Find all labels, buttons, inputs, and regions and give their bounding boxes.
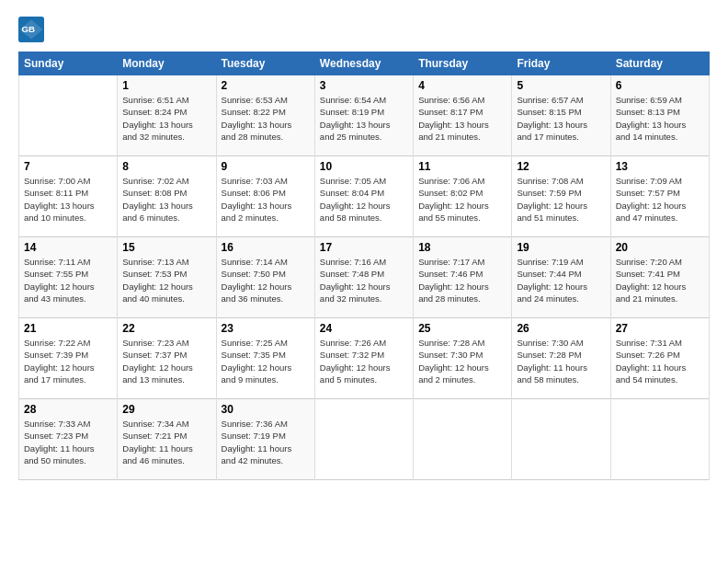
day-number: 30	[222, 403, 310, 416]
logo-icon: GB	[18, 17, 44, 42]
calendar-table: SundayMondayTuesdayWednesdayThursdayFrid…	[18, 52, 710, 480]
day-number: 24	[320, 322, 408, 335]
day-number: 8	[122, 160, 210, 173]
day-number: 6	[616, 79, 704, 92]
calendar-cell: 26Sunrise: 7:30 AM Sunset: 7:28 PM Dayli…	[512, 318, 610, 399]
calendar-cell: 7Sunrise: 7:00 AM Sunset: 8:11 PM Daylig…	[19, 156, 118, 237]
day-number: 22	[122, 322, 210, 335]
calendar-cell	[414, 399, 512, 480]
calendar-cell: 22Sunrise: 7:23 AM Sunset: 7:37 PM Dayli…	[118, 318, 216, 399]
calendar-cell: 3Sunrise: 6:54 AM Sunset: 8:19 PM Daylig…	[314, 75, 413, 156]
day-number: 23	[222, 322, 310, 335]
day-detail: Sunrise: 7:13 AM Sunset: 7:53 PM Dayligh…	[122, 256, 210, 304]
weekday-header-wednesday: Wednesday	[314, 52, 413, 75]
calendar-cell: 6Sunrise: 6:59 AM Sunset: 8:13 PM Daylig…	[610, 75, 709, 156]
page: GB SundayMondayTuesdayWednesdayThursdayF…	[0, 0, 728, 563]
day-number: 2	[222, 79, 310, 92]
calendar-cell: 11Sunrise: 7:06 AM Sunset: 8:02 PM Dayli…	[414, 156, 512, 237]
day-number: 25	[418, 322, 506, 335]
day-detail: Sunrise: 7:20 AM Sunset: 7:41 PM Dayligh…	[616, 256, 704, 304]
calendar-cell	[19, 75, 118, 156]
calendar-cell: 1Sunrise: 6:51 AM Sunset: 8:24 PM Daylig…	[118, 75, 216, 156]
calendar-cell: 30Sunrise: 7:36 AM Sunset: 7:19 PM Dayli…	[216, 399, 314, 480]
day-detail: Sunrise: 7:28 AM Sunset: 7:30 PM Dayligh…	[418, 337, 506, 385]
day-number: 4	[418, 79, 506, 92]
weekday-header-sunday: Sunday	[19, 52, 118, 75]
weekday-header-tuesday: Tuesday	[216, 52, 314, 75]
weekday-header-saturday: Saturday	[610, 52, 709, 75]
day-number: 11	[418, 160, 506, 173]
day-detail: Sunrise: 7:08 AM Sunset: 7:59 PM Dayligh…	[517, 175, 605, 224]
day-number: 27	[616, 322, 704, 335]
day-number: 20	[616, 241, 704, 254]
day-detail: Sunrise: 7:23 AM Sunset: 7:37 PM Dayligh…	[122, 337, 210, 385]
calendar-cell: 4Sunrise: 6:56 AM Sunset: 8:17 PM Daylig…	[414, 75, 512, 156]
day-detail: Sunrise: 7:31 AM Sunset: 7:26 PM Dayligh…	[616, 337, 704, 385]
calendar-cell: 29Sunrise: 7:34 AM Sunset: 7:21 PM Dayli…	[118, 399, 216, 480]
day-number: 16	[222, 241, 310, 254]
week-row-3: 14Sunrise: 7:11 AM Sunset: 7:55 PM Dayli…	[19, 237, 710, 318]
calendar-cell: 19Sunrise: 7:19 AM Sunset: 7:44 PM Dayli…	[512, 237, 610, 318]
day-detail: Sunrise: 7:33 AM Sunset: 7:23 PM Dayligh…	[24, 418, 112, 466]
calendar-cell: 10Sunrise: 7:05 AM Sunset: 8:04 PM Dayli…	[314, 156, 413, 237]
day-number: 28	[24, 403, 112, 416]
day-number: 14	[24, 241, 112, 254]
calendar-cell: 20Sunrise: 7:20 AM Sunset: 7:41 PM Dayli…	[610, 237, 709, 318]
day-number: 10	[320, 160, 408, 173]
day-detail: Sunrise: 7:06 AM Sunset: 8:02 PM Dayligh…	[418, 175, 506, 224]
day-detail: Sunrise: 7:09 AM Sunset: 7:57 PM Dayligh…	[616, 175, 704, 224]
calendar-cell: 5Sunrise: 6:57 AM Sunset: 8:15 PM Daylig…	[512, 75, 610, 156]
calendar-cell: 18Sunrise: 7:17 AM Sunset: 7:46 PM Dayli…	[414, 237, 512, 318]
day-detail: Sunrise: 7:19 AM Sunset: 7:44 PM Dayligh…	[517, 256, 605, 304]
day-number: 29	[122, 403, 210, 416]
weekday-header-row: SundayMondayTuesdayWednesdayThursdayFrid…	[19, 52, 710, 75]
day-detail: Sunrise: 7:16 AM Sunset: 7:48 PM Dayligh…	[320, 256, 408, 304]
day-number: 7	[24, 160, 112, 173]
calendar-cell: 17Sunrise: 7:16 AM Sunset: 7:48 PM Dayli…	[314, 237, 413, 318]
svg-text:GB: GB	[22, 24, 36, 34]
header: GB	[18, 17, 710, 42]
day-detail: Sunrise: 7:02 AM Sunset: 8:08 PM Dayligh…	[122, 175, 210, 224]
day-detail: Sunrise: 7:34 AM Sunset: 7:21 PM Dayligh…	[122, 418, 210, 466]
calendar-cell	[610, 399, 709, 480]
weekday-header-monday: Monday	[118, 52, 216, 75]
week-row-2: 7Sunrise: 7:00 AM Sunset: 8:11 PM Daylig…	[19, 156, 710, 237]
calendar-cell: 15Sunrise: 7:13 AM Sunset: 7:53 PM Dayli…	[118, 237, 216, 318]
day-number: 18	[418, 241, 506, 254]
day-detail: Sunrise: 7:00 AM Sunset: 8:11 PM Dayligh…	[24, 175, 112, 224]
calendar-cell: 25Sunrise: 7:28 AM Sunset: 7:30 PM Dayli…	[414, 318, 512, 399]
day-detail: Sunrise: 7:14 AM Sunset: 7:50 PM Dayligh…	[222, 256, 310, 304]
day-number: 17	[320, 241, 408, 254]
calendar-cell: 24Sunrise: 7:26 AM Sunset: 7:32 PM Dayli…	[314, 318, 413, 399]
day-number: 12	[517, 160, 605, 173]
day-detail: Sunrise: 7:36 AM Sunset: 7:19 PM Dayligh…	[222, 418, 310, 466]
day-detail: Sunrise: 7:22 AM Sunset: 7:39 PM Dayligh…	[24, 337, 112, 385]
day-detail: Sunrise: 7:26 AM Sunset: 7:32 PM Dayligh…	[320, 337, 408, 385]
week-row-1: 1Sunrise: 6:51 AM Sunset: 8:24 PM Daylig…	[19, 75, 710, 156]
weekday-header-thursday: Thursday	[414, 52, 512, 75]
calendar-cell: 23Sunrise: 7:25 AM Sunset: 7:35 PM Dayli…	[216, 318, 314, 399]
day-detail: Sunrise: 7:11 AM Sunset: 7:55 PM Dayligh…	[24, 256, 112, 304]
day-detail: Sunrise: 6:56 AM Sunset: 8:17 PM Dayligh…	[418, 94, 506, 143]
day-number: 5	[517, 79, 605, 92]
day-number: 19	[517, 241, 605, 254]
day-detail: Sunrise: 7:30 AM Sunset: 7:28 PM Dayligh…	[517, 337, 605, 385]
weekday-header-friday: Friday	[512, 52, 610, 75]
day-number: 3	[320, 79, 408, 92]
logo: GB	[18, 17, 48, 42]
calendar-cell: 12Sunrise: 7:08 AM Sunset: 7:59 PM Dayli…	[512, 156, 610, 237]
calendar-cell: 13Sunrise: 7:09 AM Sunset: 7:57 PM Dayli…	[610, 156, 709, 237]
day-number: 26	[517, 322, 605, 335]
day-detail: Sunrise: 7:05 AM Sunset: 8:04 PM Dayligh…	[320, 175, 408, 224]
day-number: 15	[122, 241, 210, 254]
calendar-cell	[512, 399, 610, 480]
day-number: 1	[122, 79, 210, 92]
day-detail: Sunrise: 7:25 AM Sunset: 7:35 PM Dayligh…	[222, 337, 310, 385]
day-detail: Sunrise: 7:17 AM Sunset: 7:46 PM Dayligh…	[418, 256, 506, 304]
week-row-5: 28Sunrise: 7:33 AM Sunset: 7:23 PM Dayli…	[19, 399, 710, 480]
calendar-cell: 2Sunrise: 6:53 AM Sunset: 8:22 PM Daylig…	[216, 75, 314, 156]
calendar-cell: 16Sunrise: 7:14 AM Sunset: 7:50 PM Dayli…	[216, 237, 314, 318]
day-detail: Sunrise: 6:54 AM Sunset: 8:19 PM Dayligh…	[320, 94, 408, 143]
day-number: 21	[24, 322, 112, 335]
calendar-cell: 9Sunrise: 7:03 AM Sunset: 8:06 PM Daylig…	[216, 156, 314, 237]
